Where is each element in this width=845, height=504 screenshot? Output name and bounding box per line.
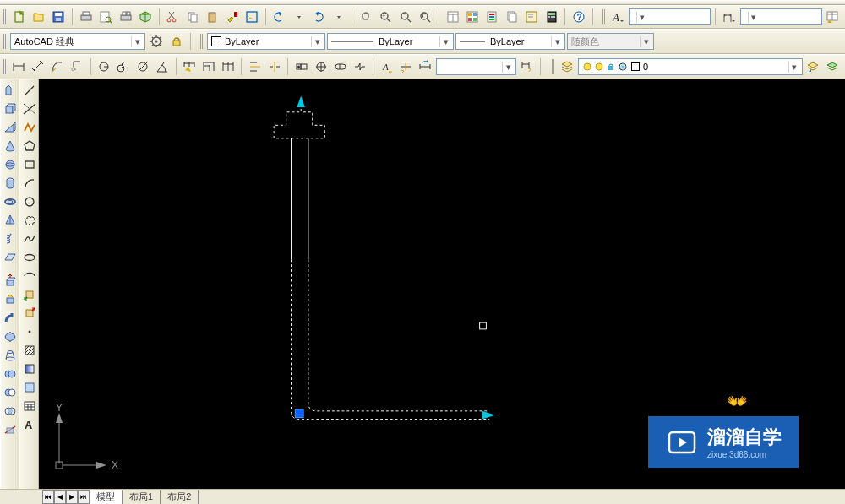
slice-icon[interactable] [1,420,19,439]
cut-button[interactable] [164,8,182,26]
sphere-icon[interactable] [1,155,19,174]
dimstyle-manager-button[interactable] [518,57,536,76]
cylinder-icon[interactable] [1,174,19,192]
gradient-icon[interactable] [20,360,39,378]
dimquick-button[interactable] [180,57,198,76]
hatch-icon[interactable] [20,341,39,360]
tab-model[interactable]: 模型 [90,490,123,504]
loft-icon[interactable] [1,346,19,365]
dimedit-text-button[interactable]: A [378,57,395,76]
tab-last-button[interactable]: ⏭ [78,490,90,504]
zoom-realtime-button[interactable]: + [377,8,395,26]
dimjogline-button[interactable] [351,57,368,76]
construction-line-icon[interactable] [20,100,39,118]
drawing-canvas[interactable]: Y X 👐 溜溜自学 zixue.3d66.com [39,79,845,489]
plot-button[interactable] [77,8,95,26]
dimspace-button[interactable] [246,57,264,76]
wedge-icon[interactable] [1,118,19,137]
lineweight-combo[interactable]: ByLayer ▾ [455,33,565,50]
dimangular-button[interactable] [154,57,172,76]
helix-icon[interactable] [1,230,19,248]
union-icon[interactable] [1,365,19,383]
tablestyle-button[interactable] [824,8,842,26]
diminspect-button[interactable] [331,57,349,76]
calc-button[interactable] [542,8,560,26]
subtract-icon[interactable] [1,383,19,402]
polygon-icon[interactable] [20,137,39,155]
circle-icon[interactable] [20,192,39,211]
toolbar-grip[interactable] [3,59,7,74]
new-file-button[interactable] [10,8,28,26]
sheet-set-button[interactable] [503,8,521,26]
tolerance-button[interactable] [292,57,310,76]
make-block-icon[interactable] [20,304,39,322]
box-icon[interactable] [1,100,19,118]
intersect-icon[interactable] [1,402,19,420]
textstyle-button[interactable]: A [609,8,627,26]
polysolid-icon[interactable] [1,81,19,100]
3ddwf-button[interactable] [136,8,154,26]
dimbaseline-button[interactable] [199,57,217,76]
layer-states-button[interactable] [824,57,842,76]
dimordinate-button[interactable] [68,57,86,76]
sweep-icon[interactable] [1,309,19,328]
dimstyle-combo[interactable]: ▾ [740,8,822,25]
tab-layout1[interactable]: 布局1 [123,490,161,504]
cone-icon[interactable] [1,137,19,155]
dimstyle-button[interactable] [720,8,738,26]
presspull-icon[interactable] [1,290,19,309]
dimradius-button[interactable] [95,57,113,76]
zoom-window-button[interactable] [396,8,414,26]
tool-palettes-button[interactable] [483,8,501,26]
dimaligned-button[interactable] [30,57,47,76]
dimedit-button[interactable] [397,57,415,76]
pyramid-icon[interactable] [1,211,19,230]
revcloud-icon[interactable] [20,211,39,230]
textstyle-combo[interactable]: ▾ [629,8,711,25]
design-center-button[interactable] [463,8,481,26]
ellipse-icon[interactable] [20,248,39,267]
toolbar-grip[interactable] [3,9,7,24]
dimupdate-button[interactable] [417,57,434,76]
properties-button[interactable] [444,8,461,26]
undo-button[interactable] [270,8,288,26]
point-icon[interactable] [20,322,39,341]
revolve-icon[interactable] [1,328,19,346]
dimlinear-button[interactable] [10,57,28,76]
redo-button[interactable] [309,8,327,26]
zoom-previous-button[interactable] [416,8,433,26]
dimcontinue-button[interactable] [219,57,237,76]
open-file-button[interactable] [30,8,47,26]
region-icon[interactable] [20,378,39,397]
markup-button[interactable] [522,8,540,26]
redo-dropdown[interactable] [330,8,347,26]
dimarc-button[interactable] [49,57,67,76]
mtext-icon[interactable]: A [20,415,39,434]
tab-prev-button[interactable]: ◀ [54,490,66,504]
layer-combo[interactable]: 0 ▾ [578,58,803,75]
save-button[interactable] [50,8,68,26]
rectangle-icon[interactable] [20,155,39,174]
match-properties-button[interactable] [223,8,241,26]
plot-preview-button[interactable] [96,8,114,26]
linetype-combo[interactable]: ByLayer ▾ [327,33,454,50]
toolbar-grip-2[interactable] [602,9,606,24]
extrude-icon[interactable] [1,272,19,290]
tab-first-button[interactable]: ⏮ [42,490,54,504]
color-combo[interactable]: ByLayer ▾ [207,33,325,50]
ellipse-arc-icon[interactable] [20,267,39,285]
pan-button[interactable] [357,8,374,26]
spline-icon[interactable] [20,230,39,248]
workspace-lock-button[interactable] [167,32,186,51]
dimjogged-button[interactable] [115,57,133,76]
arc-icon[interactable] [20,174,39,192]
workspace-settings-button[interactable] [147,32,166,51]
line-icon[interactable] [20,81,39,100]
toolbar-grip[interactable] [552,59,555,74]
publish-button[interactable] [117,8,134,26]
undo-dropdown[interactable] [290,8,308,26]
centermark-button[interactable] [312,57,330,76]
layer-manager-button[interactable] [559,57,576,76]
toolbar-grip[interactable] [3,34,7,49]
polyline-icon[interactable] [20,118,39,137]
